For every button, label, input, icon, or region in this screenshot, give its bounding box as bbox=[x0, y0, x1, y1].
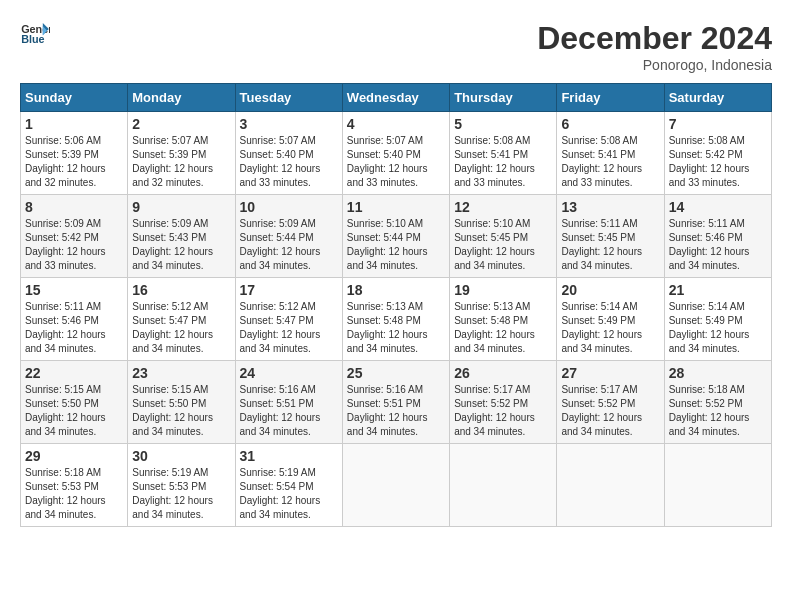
day-number: 7 bbox=[669, 116, 767, 132]
calendar-cell: 11Sunrise: 5:10 AM Sunset: 5:44 PM Dayli… bbox=[342, 195, 449, 278]
day-number: 30 bbox=[132, 448, 230, 464]
day-number: 11 bbox=[347, 199, 445, 215]
day-number: 8 bbox=[25, 199, 123, 215]
day-info: Sunrise: 5:07 AM Sunset: 5:40 PM Dayligh… bbox=[240, 134, 338, 190]
day-info: Sunrise: 5:10 AM Sunset: 5:44 PM Dayligh… bbox=[347, 217, 445, 273]
day-info: Sunrise: 5:09 AM Sunset: 5:44 PM Dayligh… bbox=[240, 217, 338, 273]
day-number: 28 bbox=[669, 365, 767, 381]
day-info: Sunrise: 5:19 AM Sunset: 5:53 PM Dayligh… bbox=[132, 466, 230, 522]
calendar-cell: 23Sunrise: 5:15 AM Sunset: 5:50 PM Dayli… bbox=[128, 361, 235, 444]
calendar-cell: 16Sunrise: 5:12 AM Sunset: 5:47 PM Dayli… bbox=[128, 278, 235, 361]
day-info: Sunrise: 5:07 AM Sunset: 5:39 PM Dayligh… bbox=[132, 134, 230, 190]
calendar-cell: 1Sunrise: 5:06 AM Sunset: 5:39 PM Daylig… bbox=[21, 112, 128, 195]
calendar-cell: 19Sunrise: 5:13 AM Sunset: 5:48 PM Dayli… bbox=[450, 278, 557, 361]
day-info: Sunrise: 5:08 AM Sunset: 5:41 PM Dayligh… bbox=[561, 134, 659, 190]
calendar-cell: 21Sunrise: 5:14 AM Sunset: 5:49 PM Dayli… bbox=[664, 278, 771, 361]
calendar-cell bbox=[342, 444, 449, 527]
day-info: Sunrise: 5:17 AM Sunset: 5:52 PM Dayligh… bbox=[561, 383, 659, 439]
day-number: 9 bbox=[132, 199, 230, 215]
calendar-week-row: 1Sunrise: 5:06 AM Sunset: 5:39 PM Daylig… bbox=[21, 112, 772, 195]
calendar-cell: 25Sunrise: 5:16 AM Sunset: 5:51 PM Dayli… bbox=[342, 361, 449, 444]
calendar-cell bbox=[664, 444, 771, 527]
day-number: 17 bbox=[240, 282, 338, 298]
calendar-cell bbox=[450, 444, 557, 527]
calendar-cell: 13Sunrise: 5:11 AM Sunset: 5:45 PM Dayli… bbox=[557, 195, 664, 278]
calendar-cell: 5Sunrise: 5:08 AM Sunset: 5:41 PM Daylig… bbox=[450, 112, 557, 195]
day-info: Sunrise: 5:13 AM Sunset: 5:48 PM Dayligh… bbox=[347, 300, 445, 356]
subtitle: Ponorogo, Indonesia bbox=[537, 57, 772, 73]
day-info: Sunrise: 5:14 AM Sunset: 5:49 PM Dayligh… bbox=[561, 300, 659, 356]
calendar-header-saturday: Saturday bbox=[664, 84, 771, 112]
calendar-cell: 30Sunrise: 5:19 AM Sunset: 5:53 PM Dayli… bbox=[128, 444, 235, 527]
day-number: 16 bbox=[132, 282, 230, 298]
day-number: 2 bbox=[132, 116, 230, 132]
svg-text:Blue: Blue bbox=[21, 33, 44, 45]
calendar-table: SundayMondayTuesdayWednesdayThursdayFrid… bbox=[20, 83, 772, 527]
day-info: Sunrise: 5:18 AM Sunset: 5:52 PM Dayligh… bbox=[669, 383, 767, 439]
calendar-header-sunday: Sunday bbox=[21, 84, 128, 112]
day-number: 14 bbox=[669, 199, 767, 215]
day-number: 20 bbox=[561, 282, 659, 298]
calendar-cell: 26Sunrise: 5:17 AM Sunset: 5:52 PM Dayli… bbox=[450, 361, 557, 444]
header: General Blue December 2024 Ponorogo, Ind… bbox=[20, 20, 772, 73]
calendar-cell: 4Sunrise: 5:07 AM Sunset: 5:40 PM Daylig… bbox=[342, 112, 449, 195]
day-info: Sunrise: 5:12 AM Sunset: 5:47 PM Dayligh… bbox=[240, 300, 338, 356]
calendar-cell: 20Sunrise: 5:14 AM Sunset: 5:49 PM Dayli… bbox=[557, 278, 664, 361]
day-info: Sunrise: 5:06 AM Sunset: 5:39 PM Dayligh… bbox=[25, 134, 123, 190]
logo: General Blue bbox=[20, 20, 50, 50]
calendar-cell: 28Sunrise: 5:18 AM Sunset: 5:52 PM Dayli… bbox=[664, 361, 771, 444]
calendar-week-row: 22Sunrise: 5:15 AM Sunset: 5:50 PM Dayli… bbox=[21, 361, 772, 444]
day-number: 19 bbox=[454, 282, 552, 298]
day-info: Sunrise: 5:12 AM Sunset: 5:47 PM Dayligh… bbox=[132, 300, 230, 356]
day-info: Sunrise: 5:11 AM Sunset: 5:45 PM Dayligh… bbox=[561, 217, 659, 273]
logo-icon: General Blue bbox=[20, 20, 50, 50]
day-number: 25 bbox=[347, 365, 445, 381]
day-number: 15 bbox=[25, 282, 123, 298]
calendar-cell: 10Sunrise: 5:09 AM Sunset: 5:44 PM Dayli… bbox=[235, 195, 342, 278]
calendar-cell: 9Sunrise: 5:09 AM Sunset: 5:43 PM Daylig… bbox=[128, 195, 235, 278]
day-number: 24 bbox=[240, 365, 338, 381]
calendar-week-row: 15Sunrise: 5:11 AM Sunset: 5:46 PM Dayli… bbox=[21, 278, 772, 361]
day-number: 18 bbox=[347, 282, 445, 298]
day-number: 22 bbox=[25, 365, 123, 381]
calendar-cell: 17Sunrise: 5:12 AM Sunset: 5:47 PM Dayli… bbox=[235, 278, 342, 361]
day-number: 5 bbox=[454, 116, 552, 132]
calendar-week-row: 29Sunrise: 5:18 AM Sunset: 5:53 PM Dayli… bbox=[21, 444, 772, 527]
day-number: 27 bbox=[561, 365, 659, 381]
day-number: 3 bbox=[240, 116, 338, 132]
calendar-header-friday: Friday bbox=[557, 84, 664, 112]
calendar-header-tuesday: Tuesday bbox=[235, 84, 342, 112]
main-title: December 2024 bbox=[537, 20, 772, 57]
day-info: Sunrise: 5:17 AM Sunset: 5:52 PM Dayligh… bbox=[454, 383, 552, 439]
day-info: Sunrise: 5:14 AM Sunset: 5:49 PM Dayligh… bbox=[669, 300, 767, 356]
day-info: Sunrise: 5:09 AM Sunset: 5:43 PM Dayligh… bbox=[132, 217, 230, 273]
day-number: 21 bbox=[669, 282, 767, 298]
calendar-cell: 22Sunrise: 5:15 AM Sunset: 5:50 PM Dayli… bbox=[21, 361, 128, 444]
day-number: 12 bbox=[454, 199, 552, 215]
day-info: Sunrise: 5:11 AM Sunset: 5:46 PM Dayligh… bbox=[669, 217, 767, 273]
calendar-cell: 7Sunrise: 5:08 AM Sunset: 5:42 PM Daylig… bbox=[664, 112, 771, 195]
calendar-header-row: SundayMondayTuesdayWednesdayThursdayFrid… bbox=[21, 84, 772, 112]
day-info: Sunrise: 5:18 AM Sunset: 5:53 PM Dayligh… bbox=[25, 466, 123, 522]
day-number: 4 bbox=[347, 116, 445, 132]
day-info: Sunrise: 5:15 AM Sunset: 5:50 PM Dayligh… bbox=[25, 383, 123, 439]
day-info: Sunrise: 5:10 AM Sunset: 5:45 PM Dayligh… bbox=[454, 217, 552, 273]
day-info: Sunrise: 5:07 AM Sunset: 5:40 PM Dayligh… bbox=[347, 134, 445, 190]
calendar-cell: 29Sunrise: 5:18 AM Sunset: 5:53 PM Dayli… bbox=[21, 444, 128, 527]
day-info: Sunrise: 5:13 AM Sunset: 5:48 PM Dayligh… bbox=[454, 300, 552, 356]
day-info: Sunrise: 5:08 AM Sunset: 5:42 PM Dayligh… bbox=[669, 134, 767, 190]
calendar-week-row: 8Sunrise: 5:09 AM Sunset: 5:42 PM Daylig… bbox=[21, 195, 772, 278]
calendar-header-thursday: Thursday bbox=[450, 84, 557, 112]
calendar-header-wednesday: Wednesday bbox=[342, 84, 449, 112]
day-info: Sunrise: 5:19 AM Sunset: 5:54 PM Dayligh… bbox=[240, 466, 338, 522]
day-number: 1 bbox=[25, 116, 123, 132]
calendar-cell: 2Sunrise: 5:07 AM Sunset: 5:39 PM Daylig… bbox=[128, 112, 235, 195]
day-info: Sunrise: 5:11 AM Sunset: 5:46 PM Dayligh… bbox=[25, 300, 123, 356]
day-info: Sunrise: 5:15 AM Sunset: 5:50 PM Dayligh… bbox=[132, 383, 230, 439]
day-number: 10 bbox=[240, 199, 338, 215]
calendar-cell bbox=[557, 444, 664, 527]
day-info: Sunrise: 5:16 AM Sunset: 5:51 PM Dayligh… bbox=[347, 383, 445, 439]
calendar-cell: 27Sunrise: 5:17 AM Sunset: 5:52 PM Dayli… bbox=[557, 361, 664, 444]
title-area: December 2024 Ponorogo, Indonesia bbox=[537, 20, 772, 73]
calendar-cell: 8Sunrise: 5:09 AM Sunset: 5:42 PM Daylig… bbox=[21, 195, 128, 278]
